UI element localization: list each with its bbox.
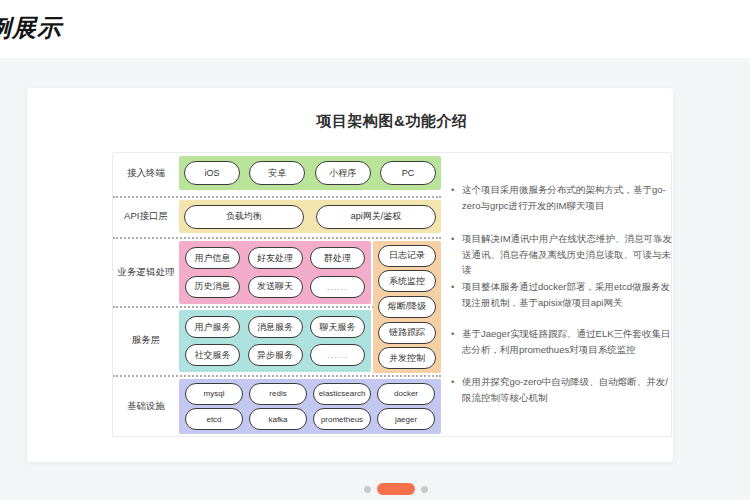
node-mysql: mysql (185, 383, 243, 405)
node-elasticsearch: elasticsearch (313, 383, 371, 405)
node-load-balance: 负载均衡 (184, 205, 304, 229)
layer-label-services: 服务层 (113, 334, 179, 347)
node-group-handle: 群处理 (310, 247, 365, 269)
band-api-layer: 负载均衡 api网关/鉴权 (179, 200, 441, 233)
bullet-text: 这个项目采用微服务分布式的架构方式，基于go-zero与grpc进行开发的IM聊… (462, 182, 673, 213)
bullet-text: 项目整体服务通过docker部署，采用etcd做服务发现注册机制，基于apisi… (462, 279, 673, 310)
feature-bullet: • 项目整体服务通过docker部署，采用etcd做服务发现注册机制，基于api… (451, 279, 673, 310)
node-android: 安卓 (249, 161, 305, 185)
page-title: 例展示 (0, 12, 62, 44)
node-concurrency-control: 并发控制 (378, 347, 436, 369)
feature-bullet: • 这个项目采用微服务分布式的架构方式，基于go-zero与grpc进行开发的I… (451, 182, 673, 213)
node-system-monitor: 系统监控 (378, 270, 436, 292)
layer-divider (113, 375, 441, 377)
bullet-marker: • (451, 279, 462, 310)
node-ellipsis: ...... (310, 344, 365, 366)
node-chat-service: 聊天服务 (310, 316, 365, 338)
node-redis: redis (249, 383, 307, 405)
feature-bullet: • 使用并探究go-zero中自动降级、自动熔断、并发/限流控制等核心机制 (451, 374, 673, 405)
band-business-logic: 用户信息 好友处理 群处理 历史消息 发送聊天 ...... (179, 241, 371, 304)
band-service-layer: 用户服务 消息服务 聊天服务 社交服务 异步服务 ...... (179, 310, 371, 372)
feature-bullet: • 基于Jaeger实现链路跟踪、通过ELK三件套收集日志分析，利用promet… (451, 326, 673, 357)
layer-divider (113, 237, 441, 239)
bullet-marker: • (451, 182, 462, 213)
node-miniprogram: 小程序 (315, 161, 371, 185)
feature-bullet-list: • 这个项目采用微服务分布式的架构方式，基于go-zero与grpc进行开发的I… (451, 153, 673, 438)
page-dot-3[interactable] (421, 486, 428, 493)
node-etcd: etcd (185, 408, 243, 430)
node-social-service: 社交服务 (185, 344, 240, 366)
node-jaeger: jaeger (377, 408, 435, 430)
node-prometheus: prometheus (313, 408, 371, 430)
node-trace: 链路跟踪 (378, 322, 436, 344)
node-friend-handle: 好友处理 (248, 247, 303, 269)
page-dot-1[interactable] (364, 486, 371, 493)
layer-label-terminals: 接入终端 (113, 167, 179, 180)
layer-label-business: 业务逻辑处理 (113, 266, 179, 279)
page-top-strip (0, 0, 750, 58)
slide-title: 项目架构图&功能介绍 (112, 112, 672, 131)
bullet-text: 使用并探究go-zero中自动降级、自动熔断、并发/限流控制等核心机制 (462, 374, 673, 405)
node-pc: PC (380, 161, 436, 185)
carousel-pagination (364, 483, 428, 495)
node-send-chat: 发送聊天 (248, 276, 303, 298)
layer-divider (113, 196, 441, 198)
node-history-msg: 历史消息 (185, 276, 240, 298)
architecture-diagram: 接入终端 API接口层 业务逻辑处理 服务层 基础设施 iOS 安卓 小程序 P… (112, 152, 672, 437)
bullet-text: 基于Jaeger实现链路跟踪、通过ELK三件套收集日志分析，利用promethu… (462, 326, 673, 357)
node-ios: iOS (184, 161, 240, 185)
band-monitoring-column: 日志记录 系统监控 熔断/降级 链路跟踪 并发控制 (373, 241, 441, 373)
node-user-service: 用户服务 (185, 316, 240, 338)
layer-label-infrastructure: 基础设施 (113, 400, 179, 413)
node-log-record: 日志记录 (378, 245, 436, 267)
page-dot-2-active[interactable] (377, 483, 415, 495)
node-ellipsis: ...... (310, 276, 365, 298)
node-circuit-break: 熔断/降级 (378, 296, 436, 318)
node-user-info: 用户信息 (185, 247, 240, 269)
node-docker: docker (377, 383, 435, 405)
bullet-marker: • (451, 326, 462, 357)
node-kafka: kafka (249, 408, 307, 430)
feature-bullet: • 项目解决IM通讯中用户在线状态维护、消息可靠发送通讯、消息存储及离线历史消息… (451, 231, 673, 278)
slide-card: 项目架构图&功能介绍 接入终端 API接口层 业务逻辑处理 服务层 基础设施 i… (27, 88, 673, 462)
bullet-marker: • (451, 231, 462, 278)
node-async-service: 异步服务 (248, 344, 303, 366)
bullet-marker: • (451, 374, 462, 405)
layer-label-api: API接口层 (113, 210, 179, 223)
band-infrastructure: mysql redis elasticsearch docker etcd ka… (179, 379, 441, 434)
bullet-text: 项目解决IM通讯中用户在线状态维护、消息可靠发送通讯、消息存储及离线历史消息读取… (462, 231, 673, 278)
node-api-gateway: api网关/鉴权 (316, 205, 436, 229)
node-message-service: 消息服务 (248, 316, 303, 338)
band-terminals: iOS 安卓 小程序 PC (179, 156, 441, 190)
